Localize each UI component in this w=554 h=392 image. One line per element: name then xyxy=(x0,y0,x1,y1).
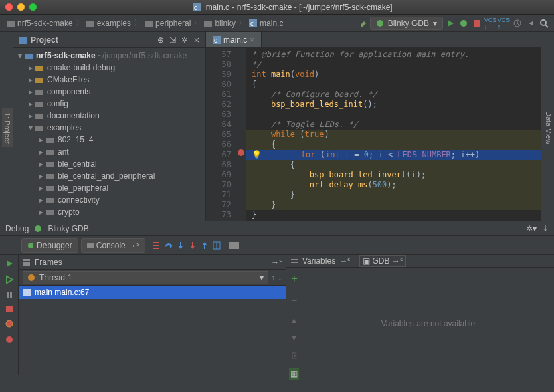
evaluate-expression-icon[interactable] xyxy=(229,241,239,250)
svg-text:c: c xyxy=(214,37,217,44)
next-frame-icon[interactable]: ↓ xyxy=(278,273,282,282)
tree-item[interactable]: ▸components xyxy=(13,86,205,98)
restore-layout-icon[interactable]: →ˢ xyxy=(271,258,282,267)
debug-button[interactable] xyxy=(458,17,470,29)
close-tab-icon[interactable]: × xyxy=(250,35,254,45)
chevron-down-icon: ▾ xyxy=(260,273,264,282)
step-out-icon[interactable] xyxy=(200,241,209,250)
chevron-right-icon: 〉 xyxy=(193,17,201,29)
marker-gutter xyxy=(237,48,246,221)
tree-item[interactable]: ▸ant xyxy=(13,146,205,158)
svg-point-13 xyxy=(541,20,546,25)
tree-item[interactable]: ▸crypto xyxy=(13,206,205,218)
svg-rect-57 xyxy=(291,262,298,263)
variables-empty-message: Variables are not available xyxy=(302,268,554,380)
rerun-icon[interactable] xyxy=(5,259,14,268)
scroll-to-icon[interactable]: ⊕ xyxy=(157,35,164,45)
revert-icon[interactable] xyxy=(525,17,537,29)
settings-gear-icon[interactable]: ✲ xyxy=(181,35,188,45)
c-file-icon: c xyxy=(193,3,201,11)
svg-rect-45 xyxy=(7,292,9,298)
breadcrumb-item[interactable]: blinky xyxy=(201,19,238,28)
project-panel: Project ⊕ ⇲ ✲ ⤫ ▾nrf5-sdk-cmake ~/jumper… xyxy=(13,32,206,221)
editor-tab-label: main.c xyxy=(223,35,247,45)
tree-item[interactable]: ▸cmake-build-debug xyxy=(13,62,205,74)
console-tab[interactable]: Console →ˢ xyxy=(81,238,145,253)
run-button[interactable] xyxy=(444,17,456,29)
svg-point-8 xyxy=(377,20,383,27)
tree-item[interactable]: ▸config xyxy=(13,98,205,110)
add-watch-icon[interactable]: ＋ xyxy=(289,272,300,286)
svg-rect-28 xyxy=(46,198,54,203)
thread-dropdown[interactable]: Thread-1 ▾ xyxy=(23,271,268,284)
search-icon[interactable] xyxy=(538,17,550,29)
project-icon xyxy=(19,36,27,44)
pause-icon[interactable] xyxy=(5,291,13,299)
memory-view-icon[interactable]: ▦ xyxy=(289,368,299,380)
run-configuration-dropdown[interactable]: Blinky GDB ▾ xyxy=(370,17,443,30)
tree-item[interactable]: ▸ble_central xyxy=(13,158,205,170)
svg-rect-4 xyxy=(145,21,153,27)
view-breakpoints-icon[interactable] xyxy=(5,319,14,328)
hide-panel-icon[interactable]: ⤫ xyxy=(193,35,200,45)
svg-marker-38 xyxy=(191,246,195,249)
breadcrumb-item[interactable]: examples xyxy=(84,19,134,28)
editor-tab-main-c[interactable]: c main.c × xyxy=(206,32,262,47)
hammer-build-icon[interactable] xyxy=(359,19,369,28)
maximize-window-icon[interactable] xyxy=(29,3,37,11)
tree-item[interactable]: ▾examples xyxy=(13,122,205,134)
tree-item[interactable]: ▸documentation xyxy=(13,110,205,122)
svg-rect-16 xyxy=(25,54,33,59)
tree-item[interactable]: ▸ble_peripheral xyxy=(13,182,205,194)
minimize-window-icon[interactable] xyxy=(17,3,25,11)
svg-marker-39 xyxy=(203,242,207,245)
run-to-cursor-icon[interactable] xyxy=(212,241,221,250)
vcs-update-icon[interactable]: VCS↓ xyxy=(484,17,496,29)
mute-breakpoints-icon[interactable] xyxy=(5,335,14,345)
collapse-all-icon[interactable]: ⇲ xyxy=(169,35,176,45)
stop-button[interactable] xyxy=(471,17,483,29)
stack-frame-row[interactable]: main main.c:67 xyxy=(19,286,286,299)
tree-root[interactable]: ▾nrf5-sdk-cmake ~/jumper/nrf5-sdk-cmake xyxy=(13,50,205,62)
tool-tab-project[interactable]: 1: Project xyxy=(2,108,13,147)
tree-item[interactable]: ▸ble_central_and_peripheral xyxy=(13,170,205,182)
debug-run-controls xyxy=(0,255,19,375)
remove-watch-icon[interactable]: － xyxy=(289,294,300,308)
tree-item[interactable]: ▸CMakeFiles xyxy=(13,74,205,86)
gdb-tab[interactable]: ▣ GDB →ˢ xyxy=(359,255,406,267)
debug-toolbar: Debugger Console →ˢ xyxy=(0,236,554,255)
step-over-icon[interactable] xyxy=(164,241,173,250)
copy-icon[interactable]: ⎘ xyxy=(292,351,296,360)
svg-point-34 xyxy=(28,243,33,248)
tree-item[interactable]: ▸connectivity xyxy=(13,194,205,206)
up-icon[interactable]: ▲ xyxy=(290,316,298,325)
step-into-icon[interactable] xyxy=(176,241,185,250)
breadcrumb-item[interactable]: cmain.c xyxy=(246,19,286,28)
force-step-into-icon[interactable] xyxy=(188,241,197,250)
close-window-icon[interactable] xyxy=(5,3,13,11)
show-execution-point-icon[interactable] xyxy=(152,241,161,250)
tool-tab-dataview[interactable]: Data View xyxy=(543,107,554,149)
svg-rect-3 xyxy=(86,21,94,27)
stop-icon[interactable] xyxy=(6,306,13,312)
breadcrumb-item[interactable]: peripheral xyxy=(142,19,193,28)
restore-layout-icon[interactable]: ⤓ xyxy=(542,224,549,233)
svg-marker-9 xyxy=(448,20,454,27)
project-panel-toolbar: ⊕ ⇲ ✲ ⤫ xyxy=(157,35,200,45)
svg-rect-29 xyxy=(46,210,54,215)
vcs-commit-icon[interactable]: VCS↑ xyxy=(498,17,510,29)
down-icon[interactable]: ▼ xyxy=(290,333,298,342)
history-icon[interactable] xyxy=(511,17,523,29)
project-tree[interactable]: ▾nrf5-sdk-cmake ~/jumper/nrf5-sdk-cmake▸… xyxy=(13,48,205,221)
prev-frame-icon[interactable]: ↑ xyxy=(271,273,275,282)
code-editor[interactable]: 575859606162636465666768697071727374 * @… xyxy=(206,48,541,221)
svg-rect-47 xyxy=(6,306,13,312)
debugger-tab[interactable]: Debugger xyxy=(21,238,78,253)
tree-item[interactable]: ▸802_15_4 xyxy=(13,134,205,146)
settings-gear-icon[interactable]: ✲▾ xyxy=(526,224,537,233)
frame-icon xyxy=(23,288,31,296)
resume-icon[interactable] xyxy=(5,275,14,284)
breadcrumb-item[interactable]: nrf5-sdk-cmake xyxy=(4,19,76,28)
chevron-right-icon: 〉 xyxy=(238,17,246,29)
svg-rect-15 xyxy=(19,37,27,44)
